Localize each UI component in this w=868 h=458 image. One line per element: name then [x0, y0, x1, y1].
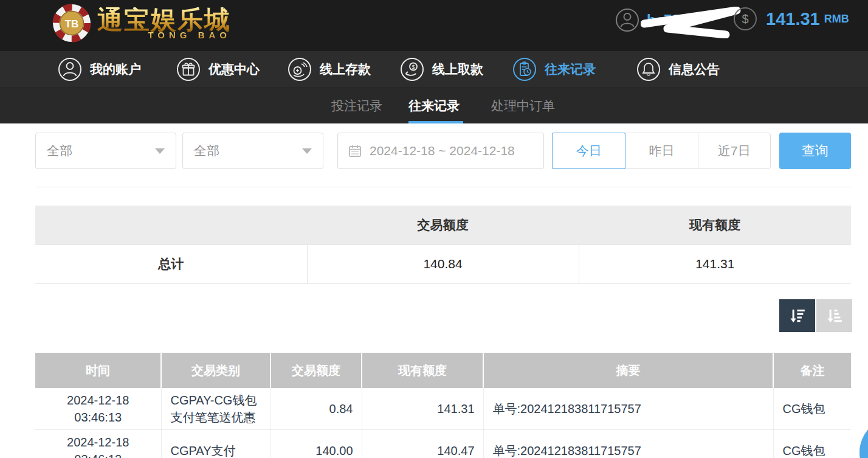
floating-service-button[interactable]: [859, 417, 868, 458]
gift-icon: [176, 57, 201, 82]
cell-amount: 0.84: [270, 388, 362, 430]
summary-total-balance: 141.31: [579, 245, 851, 283]
nav-item-my-account[interactable]: 我的账户: [58, 51, 141, 88]
sort-descending-button[interactable]: [779, 299, 815, 332]
cell-time: 2024-12-18 03:46:13: [35, 388, 161, 430]
summary-table: 交易额度 现有额度 总计 140.84 141.31: [35, 206, 851, 284]
user-icon: [58, 57, 82, 82]
today-label: 今日: [576, 142, 602, 159]
balance-currency: RMB: [824, 13, 849, 26]
summary-total-transaction: 140.84: [307, 245, 579, 283]
quick-date-buttons: 今日 昨日 近7日: [552, 133, 771, 169]
sub-navigation: 投注记录 往来记录 处理中订单: [0, 88, 868, 123]
records-clipboard-clock-icon: [512, 57, 537, 82]
tab-transaction-records[interactable]: 往来记录: [408, 88, 460, 123]
cell-balance: 140.47: [362, 430, 483, 458]
header-amount: 交易额度: [270, 353, 362, 388]
brand-logo[interactable]: TB 通宝娱乐城 TONG BAO: [52, 4, 231, 43]
header-time: 时间: [35, 353, 161, 388]
section-divider: [35, 187, 851, 187]
nav-item-promotions[interactable]: 优惠中心: [176, 51, 260, 88]
nav-label: 往来记录: [545, 61, 596, 78]
cell-balance: 141.31: [362, 388, 483, 430]
dollar-circle-icon: $: [733, 7, 757, 31]
tab-processing-orders[interactable]: 处理中订单: [491, 88, 555, 123]
header-note: 备注: [773, 353, 851, 388]
cell-note: CG钱包: [773, 388, 851, 430]
records-table: 时间 交易类别 交易额度 现有额度 摘要 备注 2024-12-18 03:46…: [35, 353, 851, 458]
category-select-value: 全部: [194, 142, 219, 159]
type-select-value: 全部: [47, 142, 72, 159]
nav-label: 线上取款: [432, 61, 483, 78]
table-row: 2024-12-18 03:46:13 CGPAY-CG钱包支付笔笔送优惠 0.…: [35, 388, 851, 430]
brand-name-cn: 通宝娱乐城: [97, 7, 231, 33]
user-account[interactable]: bc7325: [615, 7, 744, 33]
yesterday-label: 昨日: [649, 142, 674, 159]
tab-label: 往来记录: [408, 97, 460, 114]
calendar-icon: [348, 144, 362, 158]
svg-text:$: $: [412, 64, 415, 70]
tab-label: 投注记录: [331, 97, 382, 114]
header-type: 交易类别: [161, 353, 270, 388]
table-row: 2024-12-18 03:46:13 CGPAY支付 140.00 140.4…: [35, 430, 851, 458]
type-select[interactable]: 全部: [35, 133, 176, 169]
nav-label: 我的账户: [90, 61, 141, 78]
nav-item-transaction-records[interactable]: 往来记录: [512, 51, 596, 88]
cell-amount: 140.00: [270, 430, 362, 458]
nav-item-announcements[interactable]: 信息公告: [636, 51, 720, 88]
svg-text:TB: TB: [65, 18, 79, 30]
brand-text: 通宝娱乐城 TONG BAO: [97, 7, 231, 40]
nav-label: 信息公告: [669, 61, 720, 78]
svg-text:$: $: [742, 12, 748, 26]
username: bc7325: [647, 12, 696, 29]
last-7-days-label: 近7日: [718, 142, 751, 159]
cell-type: CGPAY-CG钱包支付笔笔送优惠: [161, 388, 270, 430]
tab-betting-records[interactable]: 投注记录: [331, 88, 382, 123]
chevron-down-icon: [302, 148, 312, 154]
sort-descending-icon: [788, 307, 807, 325]
top-bar: TB 通宝娱乐城 TONG BAO bc7325 $ 141.31 RMB: [0, 0, 868, 51]
date-range-input[interactable]: 2024-12-18 ~ 2024-12-18: [337, 133, 544, 169]
date-range-value: 2024-12-18 ~ 2024-12-18: [370, 144, 515, 158]
category-select[interactable]: 全部: [182, 133, 323, 169]
cell-summary: 单号:202412183811715757: [483, 430, 773, 458]
active-tab-underline: [408, 121, 463, 123]
chevron-down-icon: [155, 148, 165, 154]
cell-note: CG钱包: [773, 430, 851, 458]
sort-ascending-icon: [825, 307, 844, 325]
summary-header-transaction: 交易额度: [307, 206, 579, 245]
summary-header-row: 交易额度 现有额度: [35, 206, 851, 245]
summary-total-label: 总计: [35, 245, 307, 283]
withdraw-hand-coin-icon: $: [400, 57, 424, 82]
search-button-label: 查询: [802, 142, 828, 160]
bell-icon: [636, 57, 661, 82]
yesterday-button[interactable]: 昨日: [625, 133, 697, 168]
sort-ascending-button[interactable]: [816, 299, 852, 332]
balance-amount: 141.31: [766, 9, 820, 29]
cell-time: 2024-12-18 03:46:13: [35, 430, 161, 458]
search-button[interactable]: 查询: [779, 133, 851, 169]
balance[interactable]: $ 141.31 RMB: [733, 7, 849, 31]
summary-header-empty: [35, 206, 307, 245]
nav-label: 优惠中心: [208, 61, 260, 78]
sort-controls: [779, 299, 852, 332]
header-summary: 摘要: [483, 353, 773, 388]
last-7-days-button[interactable]: 近7日: [698, 133, 770, 168]
summary-total-row: 总计 140.84 141.31: [35, 245, 851, 283]
records-header-row: 时间 交易类别 交易额度 现有额度 摘要 备注: [35, 353, 851, 388]
casino-chip-icon: TB: [52, 4, 91, 43]
deposit-hand-coin-icon: [288, 57, 312, 82]
main-navigation: 我的账户 优惠中心 线上存款 $ 线上取款: [0, 51, 868, 88]
header-balance: 现有额度: [362, 353, 483, 388]
cell-type: CGPAY支付: [161, 430, 270, 458]
today-button[interactable]: 今日: [553, 133, 625, 168]
cell-summary: 单号:202412183811715757: [483, 388, 773, 430]
nav-item-deposit[interactable]: 线上存款: [288, 51, 371, 88]
tab-label: 处理中订单: [491, 97, 555, 114]
nav-label: 线上存款: [320, 61, 371, 78]
nav-item-withdraw[interactable]: $ 线上取款: [400, 51, 483, 88]
summary-header-balance: 现有额度: [579, 206, 851, 245]
user-circle-icon: [615, 8, 639, 32]
